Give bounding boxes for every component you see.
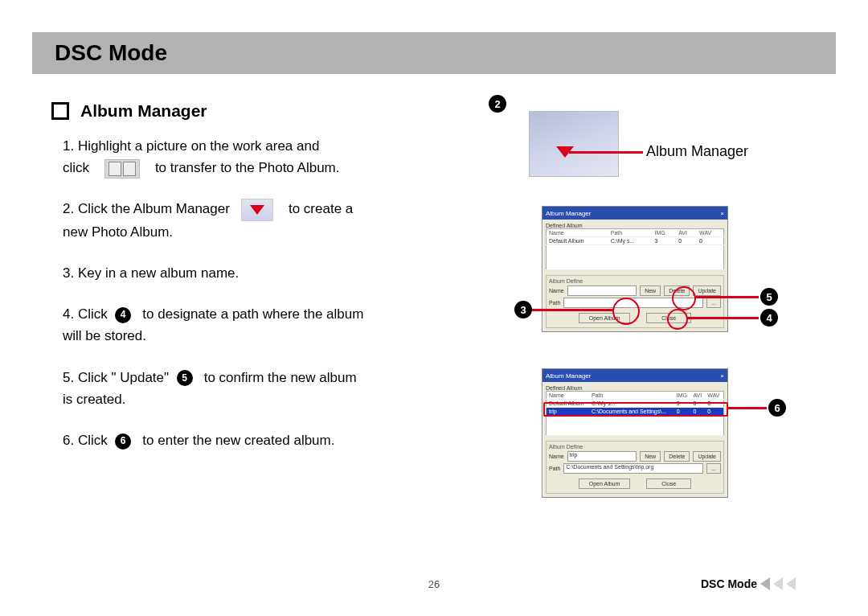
album-manager-icon <box>241 199 273 221</box>
callout-4: 4 <box>760 309 778 326</box>
bullet-6-icon: 6 <box>115 433 131 450</box>
dialog2-browse-button[interactable]: ... <box>706 463 721 474</box>
step-5: 5. Click " Update" 5 to confirm the new … <box>63 367 450 410</box>
step-2: 2. Click the Album Manager to create a n… <box>63 198 450 243</box>
dialog2-name-input[interactable]: trip <box>567 451 637 462</box>
dialog2-new-button[interactable]: New <box>640 451 661 462</box>
bullet-4-icon: 4 <box>115 307 131 323</box>
transfer-icon <box>104 159 140 179</box>
step-3-text: 3. Key in a new album name. <box>63 265 239 281</box>
dialog1-name-label: Name <box>549 288 564 294</box>
dialog2-close-button[interactable]: Close <box>646 478 691 489</box>
callout-line-6 <box>727 407 767 409</box>
step-3: 3. Key in a new album name. <box>63 262 450 284</box>
bullet-5-icon: 5 <box>177 370 193 386</box>
footer-mode-text: DSC Mode <box>701 577 757 590</box>
dialog2-album-define-label: Album Define <box>549 444 721 450</box>
page-title-bar: DSC Mode <box>32 32 836 74</box>
step-6-text-b: to enter the new created album. <box>142 433 334 448</box>
step-2-text-a: 2. Click the Album Manager <box>63 201 230 216</box>
page-footer: 26 DSC Mode <box>0 578 868 590</box>
step-6: 6. Click 6 to enter the new created albu… <box>63 429 450 451</box>
highlight-ring-4 <box>667 309 688 330</box>
dialog2-path-label: Path <box>549 466 560 471</box>
footer-mode: DSC Mode <box>701 577 796 590</box>
album-manager-label: Album Manager <box>646 143 748 160</box>
nav-prev-icon-2 <box>773 577 783 590</box>
close-icon[interactable]: × <box>720 210 724 217</box>
dialog1-album-define-label: Album Define <box>549 278 721 284</box>
page-number: 26 <box>428 578 440 590</box>
dialog2-update-button[interactable]: Update <box>693 451 721 462</box>
callout-line <box>569 151 643 154</box>
step-5-text-b: to confirm the new album <box>204 370 357 385</box>
step-2-text-c: new Photo Album. <box>63 224 173 240</box>
callout-3: 3 <box>514 301 532 318</box>
section-bullet-icon <box>51 102 69 120</box>
table-row[interactable]: Default AlbumC:\My s...300 <box>547 237 724 245</box>
step-6-text-a: 6. Click <box>63 433 108 448</box>
dialog2-title: Album Manager <box>546 372 591 380</box>
step-1: 1. Highlight a picture on the work area … <box>63 135 450 179</box>
section-heading: Album Manager <box>80 101 207 121</box>
album-manager-thumb <box>529 111 619 177</box>
illustration-column: 2 Album Manager Album Manager × Defined … <box>473 93 836 470</box>
step-4-text-a: 4. Click <box>63 306 108 322</box>
nav-prev-icon-3 <box>786 577 796 590</box>
table-header: NamePathIMGAVIWAV <box>547 392 724 400</box>
step-5-text-a: 5. Click " Update" <box>63 370 169 385</box>
callout-6: 6 <box>768 399 786 417</box>
close-icon[interactable]: × <box>720 372 724 380</box>
step-4-text-b: to designate a path where the album <box>142 306 363 322</box>
dialog2-album-define: Album Define Name trip New Delete Update… <box>546 441 724 494</box>
step-1-text-b: click <box>63 160 89 175</box>
highlight-ring-5 <box>672 286 696 310</box>
step-4: 4. Click 4 to designate a path where the… <box>63 303 450 347</box>
instructions-column: Album Manager 1. Highlight a picture on … <box>32 93 450 470</box>
album-manager-dialog-2: Album Manager × Defined Album NamePathIM… <box>542 368 728 498</box>
callout-2: 2 <box>489 95 506 113</box>
dialog1-titlebar: Album Manager × <box>542 207 727 220</box>
dialog1-defined-album-label: Defined Album <box>546 223 583 228</box>
dialog2-defined-album-label: Defined Album <box>546 385 583 391</box>
dialog1-table: NamePathIMGAVIWAV Default AlbumC:\My s..… <box>546 228 724 270</box>
dialog1-update-button[interactable]: Update <box>693 285 721 296</box>
dialog1-name-input[interactable] <box>567 285 637 296</box>
callout-line-3 <box>530 309 614 311</box>
step-1-text-c: to transfer to the Photo Album. <box>155 160 340 175</box>
page-title: DSC Mode <box>55 40 813 66</box>
dialog1-path-label: Path <box>549 300 560 306</box>
dialog2-path-input[interactable]: C:\Documents and Settings\trip.org <box>563 463 703 474</box>
dialog2-titlebar: Album Manager × <box>542 369 727 382</box>
dialog2-open-album-button[interactable]: Open Album <box>579 478 631 489</box>
dialog2-delete-button[interactable]: Delete <box>664 451 690 462</box>
highlight-ring-3 <box>612 298 640 325</box>
dialog1-title: Album Manager <box>546 210 591 217</box>
step-5-text-c: is created. <box>63 392 125 407</box>
nav-prev-icon <box>760 577 770 590</box>
table-header: NamePathIMGAVIWAV <box>547 229 724 237</box>
step-1-text-a: 1. Highlight a picture on the work area … <box>63 138 319 154</box>
step-4-text-c: will be stored. <box>63 328 146 343</box>
dialog2-name-label: Name <box>549 454 564 459</box>
step-2-text-b: to create a <box>289 201 353 216</box>
callout-line-5 <box>694 296 759 298</box>
callout-5: 5 <box>760 288 778 306</box>
dialog1-browse-button[interactable]: ... <box>706 298 721 308</box>
dialog1-new-button[interactable]: New <box>640 285 661 296</box>
callout-line-4 <box>686 317 759 319</box>
highlight-box-6 <box>543 402 728 417</box>
